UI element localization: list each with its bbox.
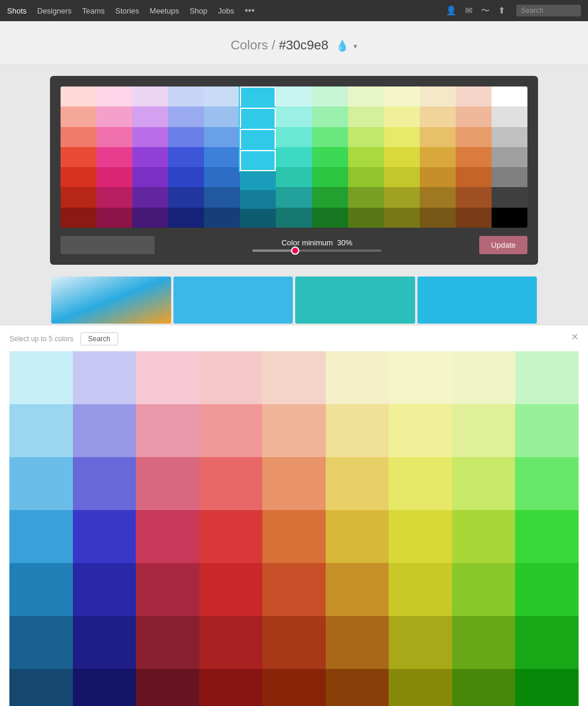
shot-thumb-3[interactable] [295, 277, 415, 324]
big-color-cell[interactable] [9, 404, 73, 457]
color-search-button[interactable]: Search [81, 332, 118, 345]
main-color-cell[interactable] [168, 127, 204, 147]
big-color-cell[interactable] [452, 616, 516, 669]
main-color-cell[interactable] [456, 208, 492, 228]
main-color-cell[interactable] [96, 127, 132, 147]
main-color-cell[interactable] [61, 86, 96, 106]
big-color-cell[interactable] [136, 616, 199, 669]
big-color-cell[interactable] [73, 669, 136, 706]
main-color-cell[interactable] [240, 108, 276, 129]
main-color-cell[interactable] [61, 167, 96, 187]
big-color-cell[interactable] [515, 510, 579, 563]
main-color-cell[interactable] [204, 147, 240, 167]
big-color-cell[interactable] [136, 457, 199, 510]
big-color-cell[interactable] [452, 351, 516, 404]
main-color-cell[interactable] [96, 106, 132, 126]
big-color-cell[interactable] [73, 404, 136, 457]
big-color-cell[interactable] [262, 510, 326, 563]
main-color-cell[interactable] [384, 106, 420, 126]
shot-thumb-4[interactable] [417, 277, 537, 324]
main-color-cell[interactable] [61, 147, 96, 167]
main-color-cell[interactable] [492, 106, 527, 126]
shot-thumb-2[interactable] [173, 277, 293, 324]
big-color-cell[interactable] [9, 351, 73, 404]
main-color-cell[interactable] [384, 208, 420, 228]
main-color-cell[interactable] [204, 127, 240, 147]
main-color-cell[interactable] [348, 167, 384, 187]
big-color-cell[interactable] [136, 351, 199, 404]
big-color-cell[interactable] [199, 510, 263, 563]
main-color-cell[interactable] [61, 187, 96, 207]
big-color-cell[interactable] [199, 669, 263, 706]
big-color-cell[interactable] [326, 669, 389, 706]
main-color-cell[interactable] [456, 147, 492, 167]
main-color-cell[interactable] [61, 106, 96, 126]
main-color-cell[interactable] [312, 167, 348, 187]
big-color-cell[interactable] [136, 669, 199, 706]
nav-stories[interactable]: Stories [115, 6, 139, 15]
big-color-cell[interactable] [326, 351, 389, 404]
nav-meetups[interactable]: Meetups [150, 6, 179, 15]
chevron-down-icon[interactable]: ▾ [353, 42, 358, 51]
main-color-cell[interactable] [276, 147, 312, 167]
main-color-cell[interactable] [276, 106, 312, 126]
big-color-cell[interactable] [199, 351, 263, 404]
main-color-cell[interactable] [348, 86, 384, 106]
big-color-cell[interactable] [262, 404, 326, 457]
big-color-cell[interactable] [452, 669, 516, 706]
update-button[interactable]: Update [479, 236, 527, 254]
main-color-cell[interactable] [492, 127, 527, 147]
main-color-cell[interactable] [132, 147, 168, 167]
big-color-cell[interactable] [9, 563, 73, 616]
main-color-cell[interactable] [204, 167, 240, 187]
main-color-cell[interactable] [61, 208, 96, 228]
main-color-cell[interactable] [168, 147, 204, 167]
main-color-cell[interactable] [168, 167, 204, 187]
main-color-cell[interactable] [61, 127, 96, 147]
main-color-cell[interactable] [276, 86, 312, 106]
big-color-cell[interactable] [73, 510, 136, 563]
main-color-cell[interactable] [204, 208, 240, 228]
main-color-cell[interactable] [132, 208, 168, 228]
main-color-cell[interactable] [348, 208, 384, 228]
nav-teams[interactable]: Teams [82, 6, 105, 15]
main-color-cell[interactable] [168, 86, 204, 106]
close-icon[interactable]: ✕ [571, 331, 579, 342]
main-color-cell[interactable] [132, 187, 168, 207]
hex-input[interactable]: #30c9e8 [61, 236, 155, 254]
big-color-cell[interactable] [326, 457, 389, 510]
main-color-cell[interactable] [312, 106, 348, 126]
main-color-cell[interactable] [420, 167, 456, 187]
main-color-cell[interactable] [384, 167, 420, 187]
main-color-grid[interactable] [61, 86, 527, 228]
big-color-cell[interactable] [262, 669, 326, 706]
main-color-cell[interactable] [204, 106, 240, 126]
nav-shop[interactable]: Shop [189, 6, 207, 15]
big-color-cell[interactable] [9, 457, 73, 510]
main-color-cell[interactable] [420, 147, 456, 167]
big-color-cell[interactable] [326, 563, 389, 616]
big-color-cell[interactable] [199, 404, 263, 457]
main-color-cell[interactable] [240, 150, 276, 171]
main-color-cell[interactable] [456, 187, 492, 207]
main-color-cell[interactable] [492, 187, 527, 207]
main-color-cell[interactable] [456, 86, 492, 106]
big-color-cell[interactable] [136, 404, 199, 457]
main-color-cell[interactable] [492, 208, 527, 228]
big-color-cell[interactable] [199, 457, 263, 510]
main-color-cell[interactable] [96, 147, 132, 167]
main-color-cell[interactable] [492, 86, 527, 106]
big-color-cell[interactable] [389, 510, 452, 563]
big-color-cell[interactable] [136, 563, 199, 616]
main-color-cell[interactable] [276, 208, 312, 228]
nav-shots[interactable]: Shots [7, 6, 26, 15]
big-color-cell[interactable] [262, 351, 326, 404]
big-color-cell[interactable] [515, 669, 579, 706]
user-icon[interactable]: 👤 [446, 5, 457, 16]
main-color-cell[interactable] [420, 208, 456, 228]
big-color-cell[interactable] [515, 563, 579, 616]
main-color-cell[interactable] [276, 127, 312, 147]
main-color-cell[interactable] [384, 86, 420, 106]
main-color-cell[interactable] [168, 106, 204, 126]
main-color-cell[interactable] [456, 106, 492, 126]
